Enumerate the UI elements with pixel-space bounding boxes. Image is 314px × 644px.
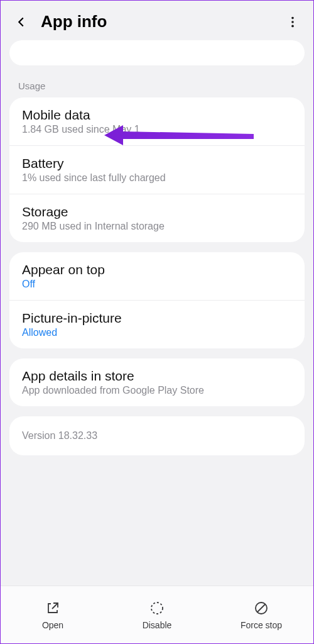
usage-card: Mobile data 1.84 GB used since May 1 Bat… bbox=[9, 97, 305, 242]
svg-point-2 bbox=[291, 25, 294, 27]
svg-point-4 bbox=[151, 602, 163, 614]
battery-sub: 1% used since last fully charged bbox=[22, 172, 292, 184]
usage-section-label: Usage bbox=[1, 74, 313, 97]
disable-label: Disable bbox=[143, 620, 172, 630]
mobile-data-sub: 1.84 GB used since May 1 bbox=[22, 124, 292, 135]
force-stop-button[interactable]: Force stop bbox=[209, 586, 313, 643]
overlay-card: Appear on top Off Picture-in-picture All… bbox=[9, 252, 305, 348]
svg-point-1 bbox=[291, 21, 294, 23]
mobile-data-title: Mobile data bbox=[22, 108, 292, 123]
pip-row[interactable]: Picture-in-picture Allowed bbox=[9, 300, 305, 348]
more-options-icon[interactable] bbox=[284, 14, 301, 30]
svg-line-6 bbox=[257, 604, 265, 612]
mobile-data-row[interactable]: Mobile data 1.84 GB used since May 1 bbox=[9, 97, 305, 145]
open-button[interactable]: Open bbox=[1, 586, 105, 643]
appear-on-top-row[interactable]: Appear on top Off bbox=[9, 252, 305, 300]
battery-row[interactable]: Battery 1% used since last fully charged bbox=[9, 145, 305, 194]
force-stop-label: Force stop bbox=[241, 620, 282, 630]
open-label: Open bbox=[42, 620, 63, 630]
bottom-action-bar: Open Disable Force stop bbox=[1, 586, 313, 643]
version-label: Version 18.32.33 bbox=[9, 416, 305, 455]
storage-sub: 290 MB used in Internal storage bbox=[22, 221, 292, 232]
app-details-sub: App downloaded from Google Play Store bbox=[22, 385, 292, 396]
disable-icon bbox=[149, 600, 165, 616]
open-icon bbox=[45, 600, 61, 616]
app-details-title: App details in store bbox=[22, 369, 292, 384]
force-stop-icon bbox=[253, 600, 269, 616]
back-icon[interactable] bbox=[13, 14, 30, 30]
app-details-row[interactable]: App details in store App downloaded from… bbox=[9, 358, 305, 406]
appear-on-top-title: Appear on top bbox=[22, 262, 292, 277]
battery-title: Battery bbox=[22, 156, 292, 171]
pip-value: Allowed bbox=[22, 327, 292, 338]
svg-point-0 bbox=[291, 16, 294, 19]
header-bar: App info bbox=[1, 1, 313, 40]
disable-button[interactable]: Disable bbox=[105, 586, 209, 643]
pip-title: Picture-in-picture bbox=[22, 311, 292, 326]
appear-on-top-value: Off bbox=[22, 279, 292, 290]
storage-title: Storage bbox=[22, 204, 292, 219]
storage-row[interactable]: Storage 290 MB used in Internal storage bbox=[9, 194, 305, 242]
page-title: App info bbox=[41, 12, 284, 31]
store-card: App details in store App downloaded from… bbox=[9, 358, 305, 406]
previous-card-stub bbox=[9, 40, 305, 65]
